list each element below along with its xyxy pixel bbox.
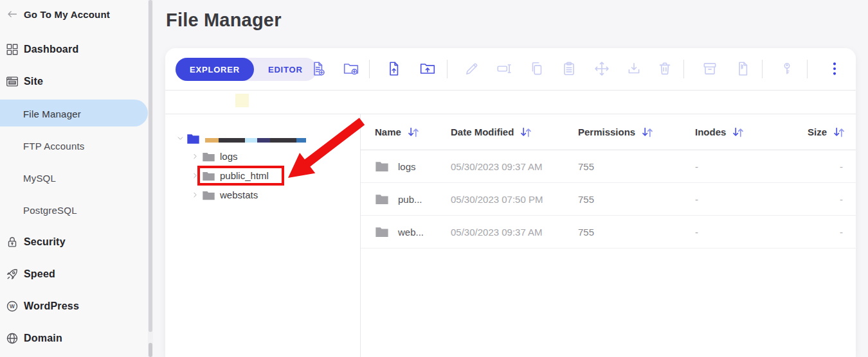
sidebar-item-label: WordPress <box>24 300 79 312</box>
new-folder-icon <box>343 60 359 77</box>
sidebar-item-wordpress[interactable]: W WordPress <box>0 298 148 315</box>
table-row[interactable]: web... 05/30/2023 09:37 AM 755 - - <box>361 216 856 248</box>
edit-pencil-icon <box>464 60 480 77</box>
toolbar-divider <box>369 60 370 78</box>
sidebar-item-label: FTP Accounts <box>23 141 85 152</box>
column-header-date-modified[interactable]: Date Modified <box>451 126 578 137</box>
lock-icon <box>5 235 19 249</box>
breadcrumb-bar <box>165 91 856 114</box>
folder-icon <box>202 151 215 162</box>
chevron-right-icon[interactable] <box>191 191 199 199</box>
wordpress-icon: W <box>5 299 19 313</box>
sort-icon <box>520 126 532 137</box>
tree-item-label: webstats <box>220 189 258 200</box>
archive-button[interactable] <box>700 58 720 79</box>
file-table: Name Date Modified Permissions Inodes Si… <box>361 114 856 357</box>
sidebar-item-security[interactable]: Security <box>0 234 148 250</box>
chevron-right-icon[interactable] <box>191 171 199 180</box>
column-label: Name <box>375 126 401 137</box>
chevron-right-icon[interactable] <box>191 152 199 161</box>
new-file-button[interactable] <box>308 58 329 79</box>
upload-file-icon <box>386 60 402 77</box>
new-folder-button[interactable] <box>341 58 361 79</box>
file-name: pub... <box>398 194 422 205</box>
tree-item-public-html[interactable]: public_html <box>191 168 269 183</box>
sidebar-item-label: MySQL <box>23 173 56 184</box>
sidebar-item-speed[interactable]: Speed <box>0 266 148 283</box>
column-header-permissions[interactable]: Permissions <box>578 126 695 137</box>
sort-icon <box>641 126 654 137</box>
move-button[interactable] <box>592 58 612 79</box>
upload-folder-icon <box>419 60 436 77</box>
folder-icon <box>375 161 389 172</box>
sort-icon <box>833 126 845 137</box>
sidebar-item-ftp-accounts[interactable]: FTP Accounts <box>0 137 171 154</box>
column-header-name[interactable]: Name <box>361 126 451 137</box>
sidebar-item-label: Domain <box>24 333 62 344</box>
size: - <box>801 194 856 205</box>
copy-icon <box>529 60 545 77</box>
scrollbar-tail <box>149 343 152 357</box>
sidebar-scrollbar <box>148 0 153 357</box>
sidebar-item-site[interactable]: Site <box>0 73 148 90</box>
upload-folder-button[interactable] <box>417 58 438 79</box>
scrollbar-thumb[interactable] <box>149 0 152 332</box>
rename-button[interactable] <box>494 58 514 79</box>
sidebar-item-file-manager[interactable]: File Manager <box>0 105 171 122</box>
folder-tree-panel: logs public_html webstats <box>165 114 361 357</box>
archive-icon <box>701 60 718 77</box>
move-icon <box>593 60 610 77</box>
extract-button[interactable] <box>733 58 754 79</box>
chevron-down-icon[interactable] <box>176 134 185 143</box>
date-modified: 05/30/2023 09:37 AM <box>451 227 578 238</box>
more-actions-button[interactable] <box>824 58 845 79</box>
key-permissions-icon <box>779 60 795 77</box>
editor-tab[interactable]: EDITOR <box>254 58 317 81</box>
sidebar-item-domain[interactable]: Domain <box>0 330 148 347</box>
tree-item-logs[interactable]: logs <box>191 148 238 164</box>
edit-button[interactable] <box>462 58 482 79</box>
back-to-account-link[interactable]: Go To My Account <box>0 6 148 22</box>
upload-file-button[interactable] <box>384 58 404 79</box>
permissions-button[interactable] <box>777 58 797 79</box>
rename-icon <box>496 60 512 77</box>
site-window-icon <box>5 74 19 89</box>
sidebar-item-postgresql[interactable]: PostgreSQL <box>0 202 171 218</box>
file-manager-card: EXPLORER EDITOR <box>165 48 856 357</box>
download-icon <box>626 60 642 77</box>
sidebar-item-label: PostgreSQL <box>23 205 77 216</box>
tree-root-folder[interactable] <box>165 130 306 146</box>
toolbar-divider <box>447 60 448 78</box>
toolbar-divider <box>807 60 808 78</box>
permissions: 755 <box>578 227 695 238</box>
sidebar-item-label: Speed <box>24 268 55 280</box>
sidebar-item-label: Dashboard <box>24 44 78 55</box>
size: - <box>801 161 856 172</box>
breadcrumb-redaction <box>235 94 249 107</box>
paste-button[interactable] <box>559 58 579 79</box>
delete-button[interactable] <box>655 58 675 79</box>
sidebar-item-dashboard[interactable]: Dashboard <box>0 41 148 58</box>
dashboard-grid-icon <box>5 42 19 57</box>
tree-item-webstats[interactable]: webstats <box>191 187 258 202</box>
sort-icon <box>732 126 745 137</box>
download-button[interactable] <box>624 58 644 79</box>
copy-button[interactable] <box>527 58 547 79</box>
tree-item-label: public_html <box>220 170 269 181</box>
column-header-inodes[interactable]: Inodes <box>695 126 801 137</box>
paste-icon <box>561 60 577 77</box>
explorer-tab[interactable]: EXPLORER <box>176 58 254 81</box>
date-modified: 05/30/2023 09:37 AM <box>451 161 578 172</box>
column-header-size[interactable]: Size <box>801 126 856 137</box>
date-modified: 05/30/2023 07:50 PM <box>451 194 578 205</box>
sidebar-item-mysql[interactable]: MySQL <box>0 170 171 186</box>
view-toggle: EXPLORER EDITOR <box>176 58 317 81</box>
content-area: logs public_html webstats <box>165 114 856 357</box>
sidebar: Go To My Account Dashboard Site File Man… <box>0 0 148 357</box>
tree-item-label: logs <box>220 151 238 162</box>
table-row[interactable]: pub... 05/30/2023 07:50 PM 755 - - <box>361 183 856 216</box>
trash-icon <box>656 60 673 77</box>
inodes: - <box>695 194 801 205</box>
back-arrow-icon <box>5 7 19 21</box>
table-row[interactable]: logs 05/30/2023 09:37 AM 755 - - <box>361 150 856 183</box>
